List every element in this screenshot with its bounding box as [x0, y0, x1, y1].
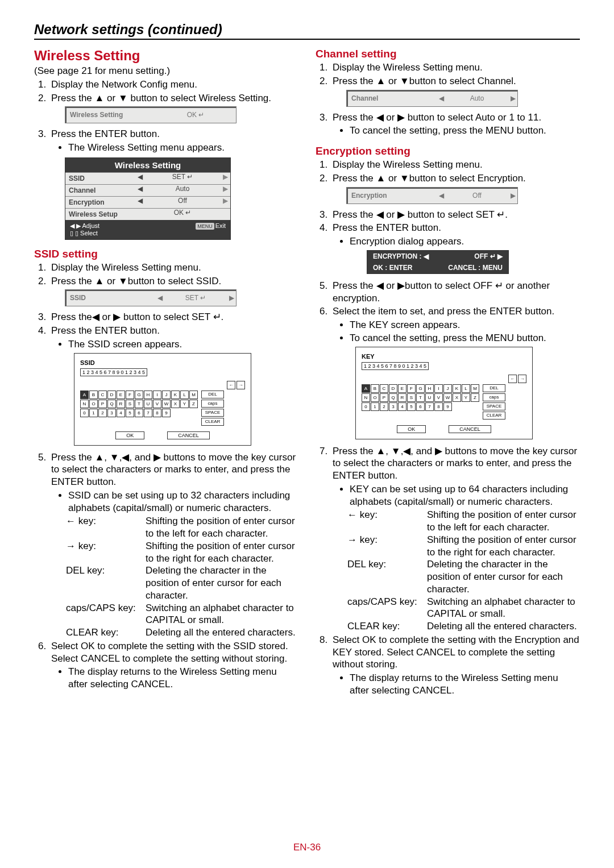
kb-side-keys: DEL caps SPACE CLEAR [201, 391, 224, 426]
step: Press the ▲ or ▼ button to select Wirele… [49, 92, 298, 105]
left-arrow-icon: ◀ [437, 192, 446, 200]
channel-row-illustration: Channel ◀ Auto ▶ [346, 90, 518, 107]
wireless-setting-heading: Wireless Setting [34, 48, 298, 64]
kb-ok: OK [397, 425, 426, 433]
right-arrow-icon: ▶ [227, 294, 236, 302]
rule [34, 39, 580, 40]
step: Press the ▲ or ▼button to select Channel… [330, 75, 580, 88]
kb-row: ABCDEFGHIJKLM [362, 384, 479, 393]
ssid-setting-heading: SSID setting [34, 248, 298, 260]
arrow-right-key: → [518, 375, 526, 383]
key-screen-illustration: KEY 1 2 3 4 5 6 7 8 9 0 1 2 3 4 5 ← → AB… [355, 347, 533, 439]
see-page-note: (See page 21 for menu setting.) [34, 65, 298, 77]
encryption-row-illustration: Encryption ◀ Off ▶ [346, 187, 518, 204]
sub-bullet: To cancel the setting, press the MENU bu… [350, 332, 580, 344]
ssid-row-illustration: SSID ◀ SET ↵ ▶ [65, 289, 237, 306]
menu-row: Wireless SetupOK ↵ [65, 208, 230, 220]
step: Select OK to complete the setting with t… [49, 640, 298, 691]
arrow-left-key: ← [508, 375, 517, 383]
row-value: Off [446, 192, 508, 200]
step: Display the Wireless Setting menu. [330, 159, 580, 171]
left-arrow-icon: ◀ [155, 294, 164, 302]
row-value: OK ↵ [164, 111, 227, 119]
kb-title: KEY [362, 353, 526, 360]
kb-cancel: CANCEL [449, 425, 491, 433]
step: Select OK to complete the setting with t… [330, 634, 580, 697]
kb-title: SSID [80, 359, 245, 366]
step: Display the Wireless Setting menu. [49, 261, 298, 274]
step: Press the ▲, ▼,◀, and ▶ buttons to move … [49, 451, 298, 639]
sub-bullet: The KEY screen appears. [350, 319, 580, 331]
kb-row: NOPQRSTUVWXYZ [80, 400, 198, 408]
step: Press the ▲, ▼,◀, and ▶ buttons to move … [330, 445, 580, 633]
menu-row: Encryption◀Off▶ [65, 196, 230, 208]
wireless-setting-row-illustration: Wireless Setting OK ↵ [65, 106, 237, 123]
menu-row: SSID◀SET ↵▶ [65, 172, 230, 184]
menu-row: Channel◀Auto▶ [65, 184, 230, 196]
kb-row: NOPQRSTUVWXYZ [362, 393, 479, 402]
row-label: Wireless Setting [65, 111, 155, 119]
right-arrow-icon: ▶ [508, 192, 517, 200]
right-column: Channel setting Display the Wireless Set… [316, 44, 580, 698]
kb-side-keys: DEL caps SPACE CLEAR [483, 384, 505, 420]
row-label: SSID [65, 294, 155, 302]
kb-input: 1 2 3 4 5 6 7 8 9 0 1 2 3 4 5 [362, 362, 429, 370]
wireless-setting-menu-illustration: Wireless Setting SSID◀SET ↵▶ Channel◀Aut… [65, 157, 231, 240]
sub-bullet: SSID can be set using up to 32 character… [68, 489, 298, 514]
kb-cancel: CANCEL [167, 431, 210, 439]
right-arrow-icon: ▶ [508, 94, 517, 102]
sub-bullet: The display returns to the Wireless Sett… [68, 666, 298, 691]
kb-ok: OK [115, 431, 144, 439]
sub-bullet: Encryption dialog appears. [350, 235, 580, 248]
menu-footer: ◀ ▶ Adjust ▯ ▯ Select MENUExit [65, 220, 230, 239]
step: Press the ◀ or ▶button to select OFF ↵ o… [330, 280, 580, 305]
ssid-screen-illustration: SSID 1 2 3 4 5 6 7 8 9 0 1 2 3 4 5 ← → A… [74, 353, 251, 446]
step: Press the ◀ or ▶ button to select Auto o… [330, 111, 580, 138]
step: Press the ENTER button. The SSID screen … [49, 325, 298, 351]
left-arrow-icon: ◀ [437, 94, 446, 102]
sub-bullet: The Wireless Setting menu appears. [68, 142, 298, 154]
channel-setting-heading: Channel setting [316, 48, 580, 60]
encryption-dialog-illustration: ENCRYPTION : ◀OFF ↵ ▶ OK : ENTERCANCEL :… [367, 250, 509, 274]
kb-input: 1 2 3 4 5 6 7 8 9 0 1 2 3 4 5 [80, 368, 147, 376]
page-number: EN-36 [0, 842, 614, 853]
left-column: Wireless Setting (See page 21 for menu s… [34, 44, 298, 698]
step: Press the ▲ or ▼button to select SSID. [49, 275, 298, 288]
sub-bullet: To cancel the setting, press the MENU bu… [350, 124, 580, 137]
step: Select the item to set, and press the EN… [330, 305, 580, 344]
arrow-right-key: → [237, 381, 245, 389]
step: Press the ENTER button. The Wireless Set… [49, 128, 298, 154]
kb-row: ABCDEFGHIJKLM [80, 391, 198, 399]
row-value: Auto [446, 94, 508, 102]
kb-row: 0123456789 [362, 402, 479, 411]
sub-bullet: KEY can be set using up to 64 characters… [350, 483, 580, 508]
step: Press the◀ or ▶ button to select SET ↵. [49, 311, 298, 323]
step: Press the ENTER button. Encryption dialo… [330, 222, 580, 248]
step: Press the ◀ or ▶ button to select SET ↵. [330, 209, 580, 221]
row-label: Channel [347, 94, 437, 102]
arrow-left-key: ← [227, 381, 235, 389]
row-label: Encryption [347, 192, 437, 200]
encryption-setting-heading: Encryption setting [316, 145, 580, 157]
sub-bullet: The SSID screen appears. [68, 338, 298, 351]
sub-bullet: The display returns to the Wireless Sett… [350, 672, 580, 697]
row-value: SET ↵ [164, 294, 227, 302]
section-title: Network settings (continued) [34, 22, 580, 38]
step: Display the Wireless Setting menu. [330, 61, 580, 74]
step: Press the ▲ or ▼button to select Encrypt… [330, 172, 580, 185]
kb-row: 0123456789 [80, 409, 198, 417]
step: Display the Network Config menu. [49, 78, 298, 91]
menu-title: Wireless Setting [65, 158, 230, 172]
